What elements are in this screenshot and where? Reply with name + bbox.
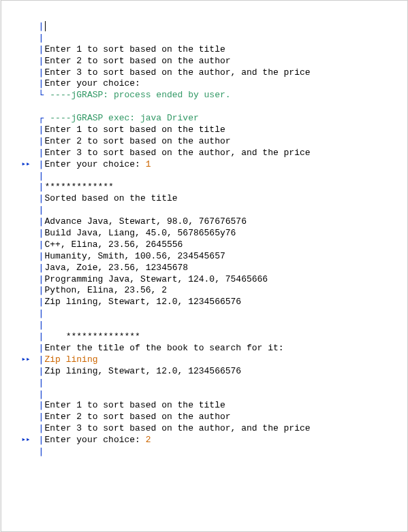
output-line: | Advance Java, Stewart, 98.0, 767676576 xyxy=(22,216,404,228)
user-input: 2 xyxy=(146,435,151,446)
input-line: ▸▸| Zip lining xyxy=(22,354,404,366)
input-marker-icon: ▸▸ xyxy=(22,354,38,364)
output-line: | Java, Zoie, 23.56, 12345678 xyxy=(22,263,404,274)
output-line: | xyxy=(22,446,404,458)
blank-line xyxy=(22,101,404,113)
output-line: | xyxy=(22,205,404,216)
input-marker-icon: ▸▸ xyxy=(22,159,38,169)
output-line: | xyxy=(22,21,404,33)
output-line: | Enter 3 to sort based on the author, a… xyxy=(22,148,404,159)
output-line: | xyxy=(22,171,404,182)
output-line: | C++, Elina, 23.56, 2645556 xyxy=(22,239,404,251)
output-line: | xyxy=(22,378,404,389)
output-line: | Programming Java, Stewart, 124.0, 7546… xyxy=(22,274,404,286)
output-line: | xyxy=(22,320,404,331)
user-input: 1 xyxy=(146,159,151,171)
input-marker-icon: ▸▸ xyxy=(22,435,38,444)
output-line: | Enter the title of the book to search … xyxy=(22,343,404,354)
choice-prompt: Enter your choice: xyxy=(45,435,146,446)
console-output: | | | Enter 1 to sort based on the title… xyxy=(1,1,407,471)
input-line: ▸▸| Enter your choice: 2 xyxy=(22,435,404,446)
output-line: | Zip lining, Stewart, 12.0, 1234566576 xyxy=(22,297,404,308)
grasp-exec-msg: ----jGRASP exec: java Driver xyxy=(45,113,199,124)
output-line: | Enter 1 to sort based on the title xyxy=(22,124,404,136)
output-line: | Zip lining, Stewart, 12.0, 1234566576 xyxy=(22,366,404,378)
text-cursor[interactable] xyxy=(45,21,46,31)
output-line: | xyxy=(22,308,404,320)
console-panel: | | | Enter 1 to sort based on the title… xyxy=(1,0,408,532)
choice-prompt: Enter your choice: xyxy=(45,159,146,171)
output-line: | Enter 2 to sort based on the author xyxy=(22,136,404,148)
output-line: | Python, Elina, 23.56, 2 xyxy=(22,285,404,297)
output-line: | Build Java, Liang, 45.0, 56786565y76 xyxy=(22,228,404,239)
output-line: | Enter your choice: xyxy=(22,78,404,90)
output-line: | Enter 2 to sort based on the author xyxy=(22,56,404,67)
output-line: | xyxy=(22,389,404,401)
output-line: | ************* xyxy=(22,182,404,193)
output-line: | Sorted based on the title xyxy=(22,193,404,205)
output-line: | Enter 3 to sort based on the author, a… xyxy=(22,423,404,435)
user-input: Zip lining xyxy=(45,354,98,366)
output-line: | xyxy=(22,33,404,44)
output-line: | Enter 3 to sort based on the author, a… xyxy=(22,67,404,79)
output-line: | Enter 1 to sort based on the title xyxy=(22,400,404,412)
grasp-end-msg: ----jGRASP: process ended by user. xyxy=(45,90,231,101)
input-line: ▸▸| Enter your choice: 1 xyxy=(22,159,404,171)
output-line: | Humanity, Smith, 100.56, 234545657 xyxy=(22,251,404,263)
output-line: | ************** xyxy=(22,331,404,343)
grasp-message-line: ┌ ----jGRASP exec: java Driver xyxy=(22,113,404,124)
grasp-message-line: └ ----jGRASP: process ended by user. xyxy=(22,90,404,101)
output-line: | Enter 2 to sort based on the author xyxy=(22,412,404,423)
output-line: | Enter 1 to sort based on the title xyxy=(22,44,404,56)
